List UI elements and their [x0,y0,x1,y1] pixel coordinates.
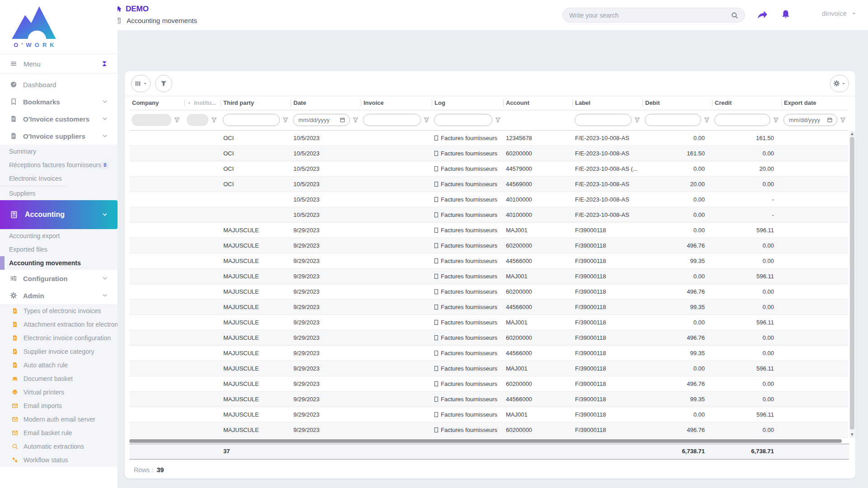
column-header-institu[interactable]: Institu... [184,96,221,110]
table-row[interactable]: OCI10/5/2023Factures fournisseurs4456900… [129,176,848,192]
sidebar-item-r-ceptions-factures-fournisseurs[interactable]: Réceptions factures fournisseurs0 [0,158,118,172]
sidebar-item-configuration[interactable]: Configuration [0,270,118,287]
sidebar-item-bookmarks[interactable]: Bookmarks [0,93,118,110]
cell-credit: 596.11 [712,361,781,376]
table-row[interactable]: MAJUSCULE9/29/2023Factures fournisseurs4… [129,391,848,407]
table-row[interactable]: MAJUSCULE9/29/2023Factures fournisseurs6… [129,284,848,299]
user-menu[interactable]: dinvoice [822,9,857,17]
filter-funnel-date[interactable] [353,117,359,123]
filter-input-invoice[interactable] [363,114,421,126]
cell-third_party: MAJUSCULE [221,345,291,361]
grid-settings-button[interactable] [830,75,849,92]
column-header-credit[interactable]: Credit [712,96,781,110]
filter-funnel-third-party[interactable] [283,117,288,123]
cell-invoice [361,422,432,437]
table-row[interactable]: MAJUSCULE9/29/2023Factures fournisseurs4… [129,345,848,361]
chevron-down-icon [102,99,108,104]
share-button[interactable] [755,7,770,22]
sidebar-item-admin[interactable]: Admin [0,287,118,304]
scroll-down-icon[interactable] [851,433,854,436]
sidebar-item-modern-auth-email-server[interactable]: Modern auth email server [0,413,118,426]
table-row[interactable]: 10/5/2023Factures fournisseurs40100000F/… [129,207,848,222]
table-row[interactable]: OCI10/5/2023Factures fournisseurs4457900… [129,161,848,176]
sidebar-item-email-imports[interactable]: Email imports [0,399,118,413]
cell-invoice [361,176,432,192]
column-header-account[interactable]: Account [503,96,572,110]
notifications-button[interactable] [778,7,793,22]
doc-icon [12,308,18,314]
column-header-third-party[interactable]: Third party [221,96,291,110]
filter-input-log[interactable] [434,114,492,126]
table-row[interactable]: 10/5/2023Factures fournisseurs40100000F/… [129,192,848,207]
filter-funnel-company[interactable] [174,117,180,123]
filter-input-credit[interactable] [714,114,770,126]
filter-funnel-debit[interactable] [704,117,710,123]
search-icon[interactable] [731,12,738,19]
column-header-log[interactable]: Log [432,96,503,110]
menu-toggle[interactable]: Menu [0,54,118,74]
sidebar-item-exported-files[interactable]: Exported files [0,243,118,256]
filter-funnel-credit[interactable] [773,117,779,123]
table-row[interactable]: MAJUSCULE9/29/2023Factures fournisseursM… [129,268,848,284]
columns-button[interactable] [131,75,151,92]
filter-funnel-log[interactable] [495,117,501,123]
column-header-invoice[interactable]: Invoice [361,96,432,110]
sidebar-item-auto-attach-rule[interactable]: Auto attach rule [0,358,118,372]
cell-company [129,222,184,238]
table-row[interactable]: MAJUSCULE9/29/2023Factures fournisseurs6… [129,376,848,391]
vertical-scroll-thumb[interactable] [850,137,854,430]
table-row[interactable]: MAJUSCULE9/29/2023Factures fournisseurs4… [129,253,848,268]
sidebar-item-workflow-status[interactable]: Workflow status [0,453,118,467]
table-row[interactable]: MAJUSCULE9/29/2023Factures fournisseurs4… [129,299,848,314]
column-header-debit[interactable]: Debit [642,96,712,110]
table-row[interactable]: MAJUSCULE9/29/2023Factures fournisseursM… [129,222,848,238]
filter-funnel-invoice[interactable] [424,117,429,123]
missing-glyph-icon [434,212,438,217]
sidebar-item-types-of-electronic-invoices[interactable]: Types of electronic invoices [0,304,118,318]
sidebar-item-accounting-movements[interactable]: Accounting movements [0,256,118,270]
filter-date-date[interactable]: mm/dd/yyyy [293,114,350,126]
sidebar-item-summary[interactable]: Summary [0,145,118,158]
sidebar-item-electronic-invoices[interactable]: Electronic Invoices [0,172,118,185]
filter-button[interactable] [155,75,172,92]
sidebar-item-supplier-invoice-category[interactable]: Supplier invoice category [0,345,118,358]
sidebar-item-document-basket[interactable]: Document basket [0,372,118,385]
sidebar-item-electronic-invoice-configuration[interactable]: Electronic invoice configuration [0,331,118,345]
filter-date-export-date[interactable]: mm/dd/yyyy [783,114,837,126]
column-header-date[interactable]: Date [291,96,361,110]
filter-funnel-export-date[interactable] [840,117,846,123]
sidebar-item-email-basket-rule[interactable]: Email basket rule [0,426,118,440]
sidebar-item-attachment-extraction-for-electroni[interactable]: Attachment extraction for electroni [0,318,118,331]
filter-input-third-party[interactable] [223,114,280,126]
horizontal-scroll-thumb[interactable] [129,439,842,443]
sidebar-item-suppliers[interactable]: Suppliers [0,187,118,200]
column-header-label[interactable]: Label [572,96,642,110]
table-row[interactable]: OCI10/5/2023Factures fournisseurs6020000… [129,145,848,161]
table-row[interactable]: MAJUSCULE9/29/2023Factures fournisseursM… [129,361,848,376]
sidebar-item-o-invoice-suppliers[interactable]: O'Invoice suppliers [0,127,118,145]
sidebar-item-accounting[interactable]: Accounting [0,200,118,229]
sidebar-item-automatic-extractions[interactable]: Automatic extractions [0,440,118,453]
scroll-up-icon[interactable] [851,132,854,135]
filter-funnel-label[interactable] [634,117,640,123]
filter-input-label[interactable] [575,114,632,126]
sidebar-item-o-invoice-customers[interactable]: O'Invoice customers [0,110,118,127]
table-row[interactable]: MAJUSCULE9/29/2023Factures fournisseurs6… [129,238,848,253]
column-header-company[interactable]: Company [129,96,184,110]
column-header-export-date[interactable]: Export date [781,96,848,110]
sidebar-item-dashboard[interactable]: Dashboard [0,76,118,93]
cell-credit: 0.00 [712,145,781,161]
vertical-scrollbar[interactable] [849,131,855,438]
filter-funnel-institu[interactable] [211,117,217,123]
horizontal-scrollbar[interactable] [129,439,849,443]
table-row[interactable]: MAJUSCULE9/29/2023Factures fournisseursM… [129,407,848,422]
sidebar-item-accounting-export[interactable]: Accounting export [0,229,118,243]
table-row[interactable]: MAJUSCULE9/29/2023Factures fournisseurs6… [129,422,848,437]
collapse-logo-icon[interactable] [101,61,108,67]
sidebar-item-virtual-printers[interactable]: Virtual printers [0,385,118,399]
table-row[interactable]: MAJUSCULE9/29/2023Factures fournisseurs6… [129,330,848,345]
search-input[interactable] [569,12,727,19]
table-row[interactable]: MAJUSCULE9/29/2023Factures fournisseursM… [129,314,848,330]
table-row[interactable]: OCI10/5/2023Factures fournisseurs1234567… [129,130,848,145]
filter-input-debit[interactable] [645,114,701,126]
